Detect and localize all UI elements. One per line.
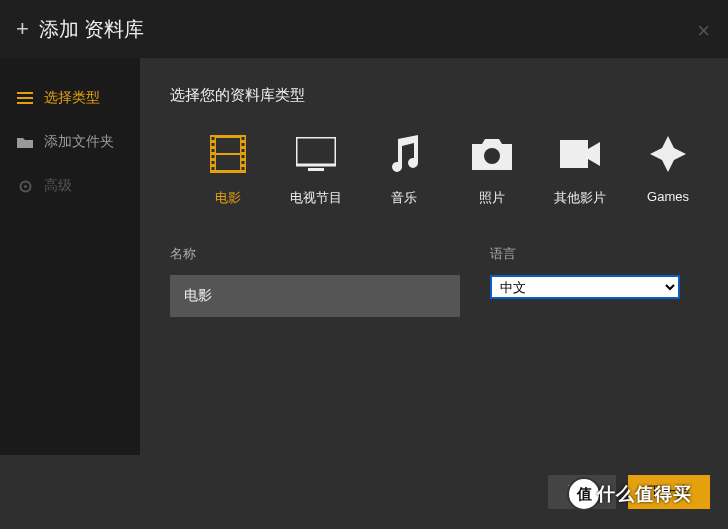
wizard-sidebar: 选择类型 添加文件夹 高级 [0,58,140,455]
svg-rect-10 [212,167,215,170]
gear-icon [16,179,34,194]
type-label: 其他影片 [554,189,606,207]
section-title: 选择您的资料库类型 [170,86,698,105]
svg-rect-6 [212,143,215,146]
svg-rect-20 [560,140,588,168]
name-label: 名称 [170,245,460,263]
type-label: 电影 [215,189,241,207]
name-field-group: 名称 [170,245,460,317]
sidebar-item-select-type[interactable]: 选择类型 [0,76,140,120]
svg-rect-8 [212,155,215,158]
plus-icon: + [16,16,29,42]
dialog-footer: 取消 下一步 [0,455,728,529]
cancel-button[interactable]: 取消 [548,475,616,509]
type-music[interactable]: 音乐 [374,133,434,207]
language-field-group: 语言 中文 [490,245,680,317]
svg-rect-13 [242,149,245,152]
type-label: Games [647,189,689,204]
language-label: 语言 [490,245,680,263]
svg-rect-12 [242,143,245,146]
video-icon [560,133,600,175]
sidebar-item-label: 高级 [44,177,72,195]
type-label: 电视节目 [290,189,342,207]
dialog-title: 添加 资料库 [39,16,145,43]
camera-icon [472,133,512,175]
svg-point-19 [484,148,500,164]
svg-rect-18 [308,168,324,171]
list-icon [16,92,34,104]
type-movies[interactable]: 电影 [198,133,258,207]
svg-rect-17 [296,137,336,165]
language-select[interactable]: 中文 [490,275,680,299]
sidebar-item-advanced[interactable]: 高级 [0,164,140,208]
games-icon [650,133,686,175]
type-label: 照片 [479,189,505,207]
svg-rect-3 [216,138,240,153]
type-games[interactable]: Games [638,133,698,207]
sidebar-item-add-folder[interactable]: 添加文件夹 [0,120,140,164]
main-panel: 选择您的资料库类型 电影 电视节目 音乐 [140,58,728,455]
type-photos[interactable]: 照片 [462,133,522,207]
tv-icon [296,133,336,175]
type-tv[interactable]: 电视节目 [286,133,346,207]
name-input[interactable] [170,275,460,317]
folder-icon [16,136,34,148]
svg-rect-16 [242,167,245,170]
type-other-videos[interactable]: 其他影片 [550,133,610,207]
sidebar-item-label: 选择类型 [44,89,100,107]
svg-rect-7 [212,149,215,152]
film-icon [210,133,246,175]
dialog-header: + 添加 资料库 [0,0,728,58]
sidebar-item-label: 添加文件夹 [44,133,114,151]
svg-rect-15 [242,161,245,164]
svg-point-1 [24,185,27,188]
music-icon [388,133,420,175]
type-label: 音乐 [391,189,417,207]
svg-rect-4 [216,155,240,170]
svg-rect-11 [242,137,245,140]
next-button[interactable]: 下一步 [628,475,710,509]
svg-rect-14 [242,155,245,158]
library-type-row: 电影 电视节目 音乐 照片 [170,133,698,207]
close-icon[interactable]: × [697,18,710,44]
svg-rect-9 [212,161,215,164]
svg-rect-5 [212,137,215,140]
